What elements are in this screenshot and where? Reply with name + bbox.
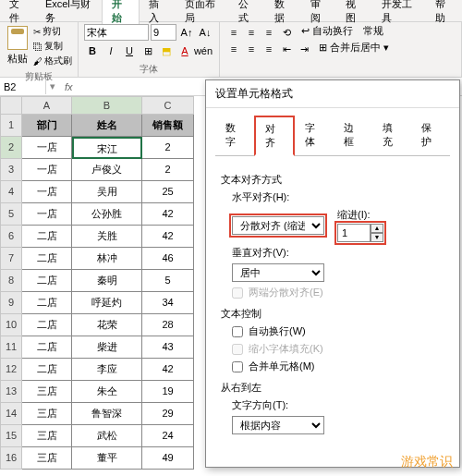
align-center-icon[interactable]: ≡ bbox=[243, 41, 260, 57]
cell[interactable]: 二店 bbox=[22, 336, 72, 359]
fx-icon[interactable]: fx bbox=[59, 81, 79, 92]
cell[interactable]: 5 bbox=[142, 270, 194, 292]
cell[interactable]: 24 bbox=[142, 425, 194, 447]
cell[interactable]: 部门 bbox=[22, 115, 72, 137]
text-direction-select[interactable]: 根据内容 bbox=[232, 416, 324, 434]
row-header[interactable]: 11 bbox=[0, 336, 22, 359]
cell[interactable]: 二店 bbox=[22, 314, 72, 336]
wrap-checkbox[interactable] bbox=[232, 326, 243, 337]
row-header[interactable]: 8 bbox=[0, 270, 22, 292]
row-header[interactable]: 5 bbox=[0, 203, 22, 226]
cell[interactable]: 董平 bbox=[72, 447, 142, 470]
align-middle-icon[interactable]: ≡ bbox=[243, 24, 260, 41]
increase-font-icon[interactable]: A↑ bbox=[178, 24, 195, 41]
indent-up-icon[interactable]: ▲ bbox=[371, 224, 383, 233]
row-header[interactable]: 1 bbox=[0, 115, 22, 137]
h-align-select[interactable]: 分散对齐 (缩进) bbox=[232, 216, 324, 235]
v-align-select[interactable]: 居中 bbox=[232, 263, 324, 282]
indent-down-icon[interactable]: ▼ bbox=[371, 233, 383, 242]
select-all-corner[interactable] bbox=[0, 96, 22, 115]
format-painter-button[interactable]: 🖌格式刷 bbox=[33, 54, 72, 68]
cell[interactable]: 46 bbox=[142, 248, 194, 270]
font-size-select[interactable] bbox=[151, 24, 176, 41]
cell[interactable]: 公孙胜 bbox=[72, 203, 142, 226]
cell[interactable]: 林冲 bbox=[72, 248, 142, 270]
tab-protect[interactable]: 保护 bbox=[411, 116, 450, 155]
align-top-icon[interactable]: ≡ bbox=[225, 24, 242, 41]
border-button[interactable]: ⊞ bbox=[140, 43, 156, 59]
cell[interactable]: 二店 bbox=[22, 292, 72, 314]
cell[interactable]: 柴进 bbox=[72, 336, 142, 359]
cell[interactable]: 关胜 bbox=[72, 226, 142, 248]
cell[interactable]: 花荣 bbox=[72, 314, 142, 336]
cell[interactable]: 李应 bbox=[72, 359, 142, 381]
row-header[interactable]: 2 bbox=[0, 137, 22, 159]
tab-border[interactable]: 边框 bbox=[334, 116, 372, 155]
indent-input[interactable] bbox=[337, 224, 371, 242]
merge-checkbox[interactable] bbox=[232, 361, 243, 372]
tab-fill[interactable]: 填充 bbox=[372, 116, 411, 155]
wrap-text-button[interactable]: ↩ 自动换行 bbox=[301, 24, 353, 41]
cell[interactable]: 鲁智深 bbox=[72, 403, 142, 425]
cell[interactable]: 43 bbox=[142, 336, 194, 359]
cell[interactable]: 三店 bbox=[22, 381, 72, 403]
orientation-icon[interactable]: ⟲ bbox=[278, 24, 295, 41]
font-color-button[interactable]: A bbox=[176, 43, 193, 59]
bold-button[interactable]: B bbox=[84, 43, 101, 59]
cell[interactable]: 秦明 bbox=[72, 270, 142, 292]
cell[interactable]: 一店 bbox=[22, 137, 72, 159]
fill-color-button[interactable]: ⬒ bbox=[158, 43, 175, 59]
cell[interactable]: 卢俊义 bbox=[72, 159, 142, 181]
cell[interactable]: 49 bbox=[142, 447, 194, 470]
cell[interactable]: 一店 bbox=[22, 203, 72, 226]
cut-button[interactable]: ✂剪切 bbox=[33, 24, 72, 39]
cell[interactable]: 42 bbox=[142, 226, 194, 248]
cell[interactable]: 42 bbox=[142, 359, 194, 381]
cell[interactable]: 姓名 bbox=[72, 115, 142, 137]
align-right-icon[interactable]: ≡ bbox=[261, 41, 277, 57]
align-bottom-icon[interactable]: ≡ bbox=[261, 24, 277, 41]
cell[interactable]: 三店 bbox=[22, 447, 72, 470]
cell[interactable]: 宋江 bbox=[72, 137, 142, 159]
cell[interactable]: 吴用 bbox=[72, 181, 142, 203]
cell[interactable]: 朱仝 bbox=[72, 381, 142, 403]
cell[interactable]: 29 bbox=[142, 403, 194, 425]
cell[interactable]: 42 bbox=[142, 203, 194, 226]
cell[interactable]: 一店 bbox=[22, 181, 72, 203]
phonetic-button[interactable]: wén bbox=[195, 43, 212, 59]
cell[interactable]: 呼延灼 bbox=[72, 292, 142, 314]
underline-button[interactable]: U bbox=[121, 43, 138, 59]
row-header[interactable]: 15 bbox=[0, 425, 22, 447]
cell[interactable]: 武松 bbox=[72, 425, 142, 447]
col-header-b[interactable]: B bbox=[72, 96, 142, 115]
cell[interactable]: 25 bbox=[142, 181, 194, 203]
cell[interactable]: 销售额 bbox=[142, 115, 194, 137]
cell[interactable]: 34 bbox=[142, 292, 194, 314]
copy-button[interactable]: ⿻复制 bbox=[33, 39, 72, 54]
italic-button[interactable]: I bbox=[103, 43, 119, 59]
cell[interactable]: 二店 bbox=[22, 270, 72, 292]
number-format[interactable]: 常规 bbox=[363, 24, 383, 41]
align-left-icon[interactable]: ≡ bbox=[225, 41, 242, 57]
cell[interactable]: 二店 bbox=[22, 359, 72, 381]
name-box-dropdown-icon[interactable]: ▾ bbox=[46, 80, 59, 92]
cell[interactable]: 三店 bbox=[22, 425, 72, 447]
cell[interactable]: 一店 bbox=[22, 159, 72, 181]
row-header[interactable]: 4 bbox=[0, 181, 22, 203]
cell[interactable]: 28 bbox=[142, 314, 194, 336]
row-header[interactable]: 7 bbox=[0, 248, 22, 270]
tab-number[interactable]: 数字 bbox=[215, 116, 254, 155]
cell[interactable]: 二店 bbox=[22, 248, 72, 270]
row-header[interactable]: 9 bbox=[0, 292, 22, 314]
tab-alignment[interactable]: 对齐 bbox=[254, 116, 295, 156]
tab-font[interactable]: 字体 bbox=[295, 116, 334, 155]
indent-decrease-icon[interactable]: ⇤ bbox=[278, 41, 295, 57]
name-box[interactable]: B2 bbox=[0, 79, 46, 94]
cell[interactable]: 2 bbox=[142, 159, 194, 181]
cell[interactable]: 三店 bbox=[22, 403, 72, 425]
paste-button[interactable]: 粘贴 bbox=[6, 24, 30, 67]
col-header-a[interactable]: A bbox=[22, 96, 72, 115]
row-header[interactable]: 10 bbox=[0, 314, 22, 336]
cell[interactable]: 19 bbox=[142, 381, 194, 403]
cell[interactable]: 2 bbox=[142, 137, 194, 159]
